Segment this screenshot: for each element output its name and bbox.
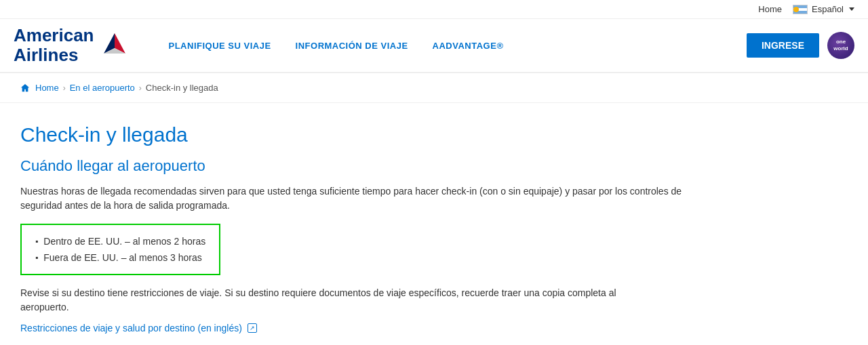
nav-actions: INGRESE oneworld <box>747 32 854 59</box>
chevron-down-icon <box>849 7 854 11</box>
oneworld-badge: oneworld <box>827 32 854 59</box>
list-item: Fuera de EE. UU. – al menos 3 horas <box>35 249 205 266</box>
ingrese-button[interactable]: INGRESE <box>747 33 819 58</box>
breadcrumb-level2[interactable]: En el aeropuerto <box>70 83 135 93</box>
logo-link[interactable]: American Airlines <box>14 26 130 64</box>
list: Dentro de EE. UU. – al menos 2 horas Fue… <box>35 233 205 266</box>
section-title: Cuándo llegar al aeropuerto <box>20 157 726 175</box>
language-label: Español <box>812 4 844 14</box>
list-item-1-text: Dentro de EE. UU. – al menos 2 horas <box>43 236 205 247</box>
logo-line2: Airlines <box>14 45 94 65</box>
external-link[interactable]: Restricciones de viaje y salud por desti… <box>20 323 257 333</box>
external-link-text: Restricciones de viaje y salud por desti… <box>20 323 242 333</box>
info-text: Revise si su destino tiene restricciones… <box>20 286 658 314</box>
page-title: Check-in y llegada <box>20 123 726 146</box>
aa-logo-icon <box>100 31 130 60</box>
highlight-box: Dentro de EE. UU. – al menos 2 horas Fue… <box>20 224 220 275</box>
nav-informacion[interactable]: INFORMACIÓN DE VIAJE <box>283 41 420 51</box>
main-navbar: American Airlines PLANIFIQUE SU VIAJE IN… <box>0 19 868 73</box>
list-item-2-text: Fuera de EE. UU. – al menos 3 horas <box>43 252 201 263</box>
breadcrumb-sep2: › <box>139 83 142 93</box>
list-item: Dentro de EE. UU. – al menos 2 horas <box>35 233 205 249</box>
language-selector[interactable]: Español <box>793 4 854 14</box>
flag-icon <box>793 5 808 14</box>
external-link-icon <box>248 323 257 333</box>
breadcrumb-home[interactable]: Home <box>35 83 59 93</box>
main-content: Check-in y llegada Cuándo llegar al aero… <box>0 103 746 345</box>
logo-line1: American <box>14 25 94 45</box>
oneworld-label: oneworld <box>833 39 848 52</box>
home-link[interactable]: Home <box>758 4 782 14</box>
breadcrumb-sep1: › <box>63 83 66 93</box>
nav-aadvantage[interactable]: AADVANTAGE® <box>420 41 516 51</box>
nav-links: PLANIFIQUE SU VIAJE INFORMACIÓN DE VIAJE… <box>157 41 747 51</box>
home-icon <box>20 83 30 93</box>
breadcrumb: Home › En el aeropuerto › Check-in y lle… <box>0 73 868 103</box>
nav-planifique[interactable]: PLANIFIQUE SU VIAJE <box>157 41 283 51</box>
top-bar: Home Español <box>0 0 868 19</box>
breadcrumb-current: Check-in y llegada <box>146 83 218 93</box>
intro-text: Nuestras horas de llegada recomendadas s… <box>20 184 685 213</box>
